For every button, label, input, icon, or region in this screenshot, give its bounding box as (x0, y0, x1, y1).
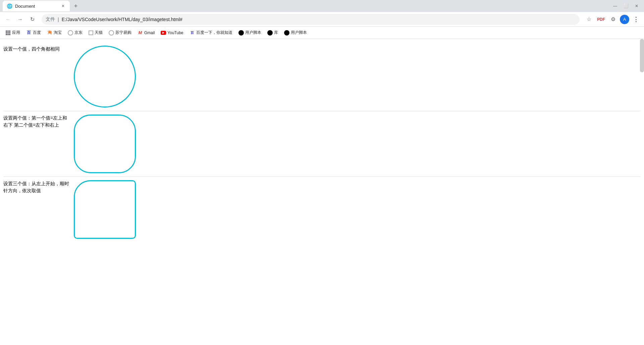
userscript2-icon (284, 30, 289, 36)
shape-rounded-rect-tl (74, 180, 136, 239)
bookmark-taobao[interactable]: 淘 淘宝 (44, 28, 64, 38)
tab-title: Document (15, 4, 35, 9)
bookmark-userscript1-label: 用户脚本 (245, 30, 261, 36)
browser-chrome: 🌐 Document ✕ + — ⬜ ✕ ← → ↻ 文件 | E:/Java/… (0, 0, 644, 39)
section-2-text: 设置两个值：第一个值=左上和右下 第二个值=左下和右上 (3, 115, 70, 129)
back-button[interactable]: ← (3, 14, 13, 25)
bookmark-taobao-label: 淘宝 (54, 30, 62, 36)
browser-tab[interactable]: 🌐 Document ✕ (3, 1, 70, 11)
taobao-icon: 淘 (47, 30, 52, 36)
bookmark-userscript2-label: 用户脚本 (291, 30, 307, 36)
jd-icon (68, 30, 73, 36)
bookmark-jd-label: 京东 (74, 30, 83, 36)
minimize-button[interactable]: — (610, 1, 620, 11)
title-bar-left: 🌐 Document ✕ + (3, 1, 80, 11)
tab-favicon: 🌐 (7, 3, 12, 9)
shape-rounded-rect (74, 115, 136, 173)
bookmark-baidu-search[interactable]: 百 百度一下，你就知道 (187, 28, 235, 38)
bookmark-baidu[interactable]: 百 百度 (23, 28, 44, 38)
bookmark-userscript1[interactable]: 用户脚本 (236, 28, 264, 38)
address-label: 文件 (46, 16, 55, 22)
bookmark-apps-label: 应用 (12, 30, 20, 36)
bookmark-youtube-label: YouTube (167, 30, 183, 35)
baidu-icon: 百 (26, 30, 32, 36)
section-1-text: 设置一个值，四个角都相同 (3, 46, 70, 53)
extensions-button[interactable]: ⚙ (608, 14, 619, 25)
bookmark-baidu-search-label: 百度一下，你就知道 (196, 30, 232, 36)
bookmark-jd[interactable]: 京东 (65, 28, 85, 38)
refresh-button[interactable]: ↻ (27, 14, 38, 25)
bookmarks-bar: 应用 百 百度 淘 淘宝 京东 天猫 苏宁易购 M Gmail ▶ YouTub… (0, 27, 644, 39)
maximize-button[interactable]: ⬜ (621, 1, 631, 11)
shape-circle (74, 46, 136, 108)
menu-button[interactable]: ⋮ (631, 14, 641, 25)
nav-right: ☆ PDF ⚙ A ⋮ (584, 14, 641, 25)
profile-button[interactable]: A (620, 15, 629, 24)
section-1: 设置一个值，四个角都相同 (3, 42, 641, 111)
title-bar: 🌐 Document ✕ + — ⬜ ✕ (0, 0, 644, 12)
tab-close-button[interactable]: ✕ (60, 3, 66, 9)
library-icon (267, 30, 273, 36)
bookmark-apps[interactable]: 应用 (3, 28, 23, 38)
bookmark-youtube[interactable]: ▶ YouTube (158, 28, 186, 38)
extension-pdf-button[interactable]: PDF (596, 14, 606, 25)
address-separator: | (58, 17, 59, 22)
bookmark-suning[interactable]: 苏宁易购 (106, 28, 134, 38)
apps-icon (5, 30, 11, 36)
scrollbar[interactable] (640, 39, 644, 72)
userscript1-icon (238, 30, 244, 36)
close-button[interactable]: ✕ (632, 1, 641, 11)
bookmark-gmail-label: Gmail (144, 30, 155, 35)
suning-icon (109, 30, 114, 36)
section-3-text: 设置三个值：从左上开始，顺时针方向，依次取值 (3, 180, 70, 194)
bookmark-gmail[interactable]: M Gmail (135, 28, 157, 38)
page-content: 设置一个值，四个角都相同 设置两个值：第一个值=左上和右下 第二个值=左下和右上… (0, 39, 644, 345)
tianmao-icon (89, 30, 93, 35)
baidu-search-icon: 百 (190, 30, 195, 36)
bookmark-library-label: 库 (274, 30, 278, 36)
forward-button[interactable]: → (15, 14, 25, 25)
gmail-icon: M (138, 30, 143, 36)
title-bar-right: — ⬜ ✕ (610, 1, 641, 11)
nav-bar: ← → ↻ 文件 | E:/Java/VSCodeUser/work/HTML/… (0, 12, 644, 27)
bookmark-baidu-label: 百度 (33, 30, 41, 36)
section-2: 设置两个值：第一个值=左上和右下 第二个值=左下和右上 (3, 111, 641, 177)
address-bar[interactable]: 文件 | E:/Java/VSCodeUser/work/HTML/day_03… (42, 14, 580, 25)
bookmark-library[interactable]: 库 (265, 28, 281, 38)
youtube-icon: ▶ (161, 31, 166, 35)
new-tab-button[interactable]: + (71, 1, 80, 11)
bookmark-button[interactable]: ☆ (584, 14, 594, 25)
bookmark-tianmao-label: 天猫 (95, 30, 103, 36)
address-url: E:/Java/VSCodeUser/work/HTML/day_03/imag… (62, 17, 182, 22)
bookmark-userscript2[interactable]: 用户脚本 (281, 28, 310, 38)
section-3: 设置三个值：从左上开始，顺时针方向，依次取值 (3, 177, 641, 242)
bookmark-tianmao[interactable]: 天猫 (86, 28, 105, 38)
bookmark-suning-label: 苏宁易购 (115, 30, 131, 36)
